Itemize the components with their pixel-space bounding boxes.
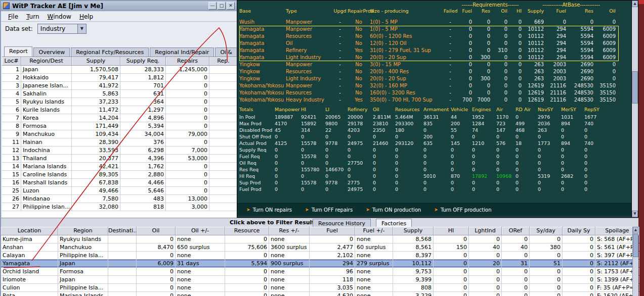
column-header-loc[interactable]: Loc# [2, 57, 21, 66]
column-header-rep[interactable]: Rep. [209, 57, 238, 66]
column-header-repairprod[interactable]: RepairProd [348, 8, 370, 14]
factory-row[interactable]: YamagataResources-No60(0) - 1200 Res-000… [239, 33, 619, 40]
column-header-type[interactable]: Type [286, 8, 332, 14]
column-header-rd-air[interactable]: RD Air [516, 107, 538, 112]
region-row[interactable]: 9Manchukuo109,43434,00479,000 [2, 130, 238, 138]
column-header-oil[interactable]: Oil +/- [176, 227, 225, 235]
base-row[interactable]: CulionPhilippine Isla...0none0none3,035n… [1, 284, 638, 292]
tab-report[interactable]: Report [4, 46, 32, 57]
totals-row[interactable]: Fuel Req015578000000000000 [239, 153, 606, 160]
column-header-base[interactable]: Base [239, 8, 286, 14]
factory-row[interactable]: Yokohama/YokosuHeavy Industry-Yes350(0) … [239, 96, 619, 104]
column-header-res[interactable]: Res [474, 8, 492, 14]
base-row[interactable]: CalayanPhilippine Isla...0none0none2,102… [1, 252, 638, 260]
region-row[interactable]: 3Japanese Islan...41,9727010 [2, 82, 238, 90]
turn-on-production-button[interactable]: ➤Turn ON production [366, 207, 421, 213]
column-header-failed[interactable]: Failed [444, 8, 457, 14]
totals-row[interactable]: Oil Req000277500000000000 [239, 160, 606, 166]
column-header-region[interactable]: Region [58, 227, 108, 235]
region-row[interactable]: 25Luzon49,4665,6460 [2, 187, 238, 195]
column-header-mersy[interactable]: MerSY [561, 107, 584, 112]
minimize-button[interactable]: ― [208, 2, 217, 10]
region-row[interactable]: 1Japan1,570,50828,3331,245,000 [2, 66, 238, 74]
factory-row[interactable]: WusihManpower-No1(0) - 5 MP-0000669000 [239, 19, 619, 26]
base-table-scrollbar[interactable]: ▲ [632, 227, 638, 296]
region-row[interactable]: 26Mindanao7,58048313,000 [2, 195, 238, 203]
region-row[interactable]: 2Hokkaido79,4171,8120 [2, 74, 238, 82]
region-row[interactable]: 16Marshall Islands67,8384,4660 [2, 179, 238, 187]
column-header-hi[interactable]: HI [434, 227, 469, 235]
column-header-oil[interactable]: Oil [373, 107, 395, 112]
base-row[interactable]: IriomoteJapan0none0none118none9,39900000… [1, 276, 638, 284]
column-header-res[interactable]: Res +/- [269, 227, 310, 235]
factory-row[interactable]: YamagataRefinery-Yes31(0) - 279 Fuel, 31… [239, 47, 619, 54]
column-header-size-producing[interactable]: Size - producing [370, 8, 444, 14]
region-row[interactable]: 8Formosa171,4495,3940 [2, 122, 238, 130]
column-header-location[interactable]: Location [1, 227, 58, 235]
factory-row[interactable]: YamagataOil-No12(0) - 120 Oil-0000101122… [239, 40, 619, 47]
menu-file[interactable]: File [4, 13, 22, 21]
base-row[interactable]: RotaMariana Islands0none0none4,620none3,… [1, 292, 638, 296]
region-row[interactable]: 6Kurile Islands11,4721,2970 [2, 106, 238, 114]
tab-resource-history[interactable]: Resource History [313, 219, 371, 227]
column-header-sy-day[interactable]: Sy/day [530, 227, 563, 235]
column-header-resources[interactable]: Resources [395, 107, 423, 112]
column-header-totals[interactable]: Totals [239, 107, 275, 112]
column-header-manpower[interactable]: Manpower [275, 107, 301, 112]
factory-row[interactable]: Yokohama/YokosuManpower-No32(0) - 160 MP… [239, 82, 619, 89]
column-header-supply-req[interactable]: Supply Req. [120, 57, 166, 66]
totals-row[interactable]: Fuel Prod000249750000000000 [239, 186, 606, 192]
factory-row[interactable]: YamagataLight Industry-No20(0) - 20 Sup-… [239, 54, 619, 61]
column-header-upgd[interactable]: Upgd [332, 8, 348, 14]
column-header-fuel[interactable]: Fuel [547, 8, 569, 14]
menu-window[interactable]: Window [44, 13, 75, 21]
scrollbar-thumb[interactable] [633, 234, 638, 257]
column-header-hi[interactable]: HI [301, 107, 325, 112]
tab-regional-ind-repair[interactable]: Regional Ind/Repair [150, 47, 214, 57]
column-header-fuel[interactable]: Fuel [457, 8, 474, 14]
region-row[interactable]: 27Philippine Islan...32,0808183,000 [2, 203, 238, 211]
column-header-oil[interactable]: Oil [137, 227, 176, 235]
column-header-fuel[interactable]: Fuel +/- [355, 227, 393, 235]
region-row[interactable]: 15Caroline Islands89,3052,8800 [2, 171, 238, 179]
column-header-region-dest[interactable]: Region/Dest [21, 57, 72, 66]
column-header-navsy[interactable]: NavSY [538, 107, 561, 112]
column-header-oil[interactable]: Oil [492, 8, 509, 14]
title-bar[interactable]: WitP Tracker AE [Jim v Me] ― □ ✕ [1, 1, 237, 11]
column-header-daily-sy[interactable]: Daily Sy [563, 227, 595, 235]
column-header-resource[interactable]: Resource [225, 227, 269, 235]
column-header-vehicle[interactable]: Vehicle [451, 107, 472, 112]
scroll-up-icon[interactable]: ▲ [633, 227, 638, 233]
region-row[interactable]: 13Thailand20,3774,39653,000 [2, 155, 238, 163]
tab-overview[interactable]: Overview [33, 47, 70, 57]
scrollbar-thumb[interactable] [632, 71, 638, 104]
factory-row[interactable]: Yokohama/YokosuResources-No160(0) - 3200… [239, 89, 619, 96]
base-row[interactable]: YamagataJapan6,00931 days5,594900 surplu… [1, 260, 638, 268]
region-row[interactable]: 7Korea14,2044,8960 [2, 114, 238, 122]
totals-row[interactable]: Sup Prod015578977827750000000000 [239, 179, 606, 186]
tab-regional-fcty-resources[interactable]: Regional Fcty/Resources [71, 47, 149, 57]
totals-row[interactable]: Max Prod41701589298002917823810293300835… [239, 120, 606, 127]
factory-row[interactable]: YamagataManpower-No1(0) - 5 MP-000010112… [239, 26, 619, 33]
tab-oil[interactable]: Oil& [215, 47, 237, 57]
factory-row[interactable]: YingkowManpower-No3(0) - 15 MP-000026320… [239, 61, 619, 68]
scroll-up-icon[interactable]: ▲ [632, 1, 638, 7]
tab-factories[interactable]: Factories [376, 219, 412, 227]
column-header-hi[interactable]: HI [509, 8, 524, 14]
column-header-li[interactable]: LI [325, 107, 348, 112]
maximize-button[interactable]: □ [218, 2, 226, 10]
totals-row[interactable]: In Pool1898879242120065200002.811M5.464M… [239, 114, 606, 120]
turn-off-production-button[interactable]: ➤Turn OFF production [434, 207, 491, 213]
region-row[interactable]: 14Mariana Islands42,4211,7620 [2, 163, 238, 171]
region-row[interactable]: 5Ryukyu Islands37,2333640 [2, 98, 238, 106]
totals-row[interactable]: Actual Prod41251557897782497521460293120… [239, 140, 606, 146]
totals-row[interactable]: Supply Req00000000000000 [239, 146, 606, 153]
column-header-armament[interactable]: Armament [423, 107, 451, 112]
column-header-supply[interactable]: Supply [524, 8, 547, 14]
column-header-lghtind[interactable]: LghtInd [469, 227, 502, 235]
column-header-oref[interactable]: ORef [502, 227, 530, 235]
totals-row[interactable]: Shut Off Prod0000002000000000 [239, 133, 606, 140]
turn-off-repairs-button[interactable]: ➤Turn OFF repairs [305, 207, 353, 213]
column-header-supply[interactable]: Supply [393, 227, 434, 235]
region-row[interactable]: 12Indochina33,5936,2987,000 [2, 146, 238, 155]
